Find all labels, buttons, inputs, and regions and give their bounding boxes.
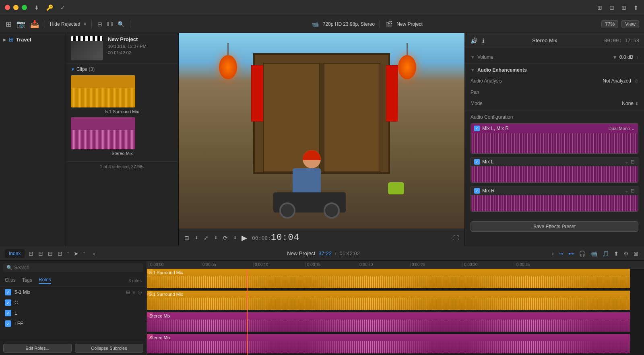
arrow-icon[interactable]: ➤ [73,250,79,258]
mix-lr-checkbox[interactable]: ✓ [474,126,480,131]
mode-dropdown-icon[interactable]: ⬍ [635,101,638,106]
collapse-icon[interactable]: ⊠ [633,250,639,258]
fullscreen-preview-icon[interactable]: ⛶ [452,234,460,242]
tab-clips[interactable]: Clips [5,277,16,284]
timeline-project-name: New Project [287,250,315,256]
clip-label-2: Stereo Mix [71,151,173,156]
clip-item-2[interactable]: Stereo Mix [71,117,173,156]
sliders-icon[interactable]: ⊞ [621,4,627,12]
role-row-51mix[interactable]: ✓ 5-1 Mix ⊟ ≡ ◎ [0,287,147,297]
save-effects-preset-button[interactable]: Save Effects Preset [471,221,638,232]
mix-r-checkbox[interactable]: ✓ [474,188,480,194]
transform-dropdown[interactable]: ⬍ [214,235,217,240]
role-icons-51mix: ⊟ ≡ ◎ [126,289,142,295]
filter-label[interactable]: Hide Rejected [50,21,80,27]
arrow-dropdown-icon[interactable]: ⌄ [83,250,86,258]
resolution-label: 720p HD 23.98p, Stereo [323,21,375,27]
zoom-button[interactable]: 77% [601,20,618,28]
info-icon[interactable]: ℹ [481,37,485,45]
speed-icon[interactable]: ⟳ [222,234,229,242]
dual-mono-dropdown[interactable]: ⌄ [631,126,635,131]
headphone-icon[interactable]: 🎧 [578,250,586,258]
volume-expand-icon[interactable]: › [636,54,638,60]
role-name-l: L [14,310,142,316]
filter-dropdown-icon[interactable]: ⬍ [83,22,87,26]
grid3-icon[interactable]: ⊟ [57,250,63,258]
track-clip-3[interactable]: Stereo Mix [147,312,630,332]
view-button[interactable]: View [621,20,639,28]
tab-roles[interactable]: Roles [39,277,51,284]
tab-tags[interactable]: Tags [22,277,32,284]
track-clip-4[interactable]: Stereo Mix [147,334,630,353]
mix-l-checkbox[interactable]: ✓ [474,159,480,165]
collapse-subroles-button[interactable]: Collapse Subroles [75,344,143,353]
edit-roles-button[interactable]: Edit Roles... [3,344,72,353]
roles-count: 3 roles [128,278,142,283]
timeline-nav-forward[interactable]: › [551,250,555,258]
check-icon[interactable]: ✓ [60,4,66,12]
role-checkbox-51mix[interactable]: ✓ [5,289,11,295]
search-bar[interactable]: 🔍 [3,263,143,272]
fullscreen-button[interactable] [22,5,27,10]
role-row-lfe[interactable]: ✓ LFE [0,318,147,329]
export-icon[interactable]: ⬆ [613,250,619,258]
import-icon[interactable]: 📥 [29,19,40,29]
role-checkbox-lfe[interactable]: ✓ [5,320,11,327]
minimize-button[interactable] [13,5,19,10]
key-icon[interactable]: 🔑 [45,4,54,12]
dual-mono-badge[interactable]: Dual Mono ⌄ [609,126,635,131]
role-checkbox-l[interactable]: ✓ [5,310,11,316]
settings-icon[interactable]: ⚙ [623,250,630,258]
layout-ctrl-dropdown[interactable]: ⬍ [195,235,198,240]
volume-icon[interactable]: 🔊 [470,37,478,45]
search-input[interactable] [14,265,140,270]
track-clip-1[interactable]: 5.1 Surround Mix [147,269,630,288]
audio-enhancements-header[interactable]: ▼ Audio Enhancements [465,65,644,75]
layout-ctrl-icon[interactable]: ⊟ [184,234,190,242]
volume-collapse-icon[interactable]: ▼ [471,55,475,60]
video-icon[interactable]: 📹 [590,250,598,258]
index-tab[interactable]: Index [5,249,25,258]
track-row-1: 5.1 Surround Mix [147,269,644,288]
audio-in-icon[interactable]: ⊸ [558,250,564,258]
role-row-l[interactable]: ✓ L [0,308,147,318]
speed-dropdown[interactable]: ⬍ [233,235,237,240]
clip-waveform-2[interactable] [71,117,135,149]
project-duration: 00:01:42:02 [108,50,147,55]
clip-item-1[interactable]: 5.1 Surround Mix [71,75,173,114]
audio-out-icon[interactable]: ⊷ [568,250,575,258]
role-row-c[interactable]: ✓ C [0,297,147,308]
transform-icon[interactable]: ⤢ [203,234,209,242]
audio-analysis-row: Audio Analysis Not Analyzed ⊘ [465,75,644,87]
mix-r-dropdown[interactable]: ⌄ [625,188,628,194]
audio-config-icon[interactable]: 🎵 [601,250,610,258]
share-icon[interactable]: ⬆ [633,4,639,12]
download-icon[interactable]: ⬇ [33,4,40,12]
list-icon[interactable]: ⊟ [28,250,34,258]
sidebar-header[interactable]: ▶ ⊞ Travel [0,33,66,46]
close-button[interactable] [5,5,10,10]
grid2-icon[interactable]: ⊟ [609,4,615,12]
photo-icon[interactable]: 📷 [16,19,26,29]
mode-value: None [622,101,634,106]
mix-l-dropdown[interactable]: ⌄ [625,159,628,165]
list-dropdown-icon[interactable]: ⌄ [66,250,70,258]
role-checkbox-c[interactable]: ✓ [5,299,11,306]
list2-icon[interactable]: ⊟ [37,250,44,258]
role-icon3-51mix[interactable]: ◎ [138,289,142,295]
layout-icon[interactable]: ⊟ [97,20,103,28]
role-icon1-51mix[interactable]: ⊟ [126,289,130,295]
project-title: New Project [108,36,147,42]
search-icon[interactable]: 🔍 [117,20,125,28]
clip-waveform-1[interactable] [71,75,135,107]
library-icon[interactable]: ⊞ [5,19,12,29]
list3-icon[interactable]: ⊟ [47,250,54,258]
play-button[interactable]: ▶ [242,233,247,242]
grid-icon[interactable]: ⊞ [597,4,603,12]
timeline-nav-back[interactable]: ‹ [92,250,96,258]
filmstrip-icon[interactable]: 🎞 [106,20,114,28]
track-clip-label-1: 5.1 Surround Mix [149,270,183,275]
sidebar-triangle-icon: ▶ [3,37,6,42]
track-clip-2[interactable]: 5.1 Surround Mix [147,291,630,310]
role-icon2-51mix[interactable]: ≡ [132,289,135,295]
